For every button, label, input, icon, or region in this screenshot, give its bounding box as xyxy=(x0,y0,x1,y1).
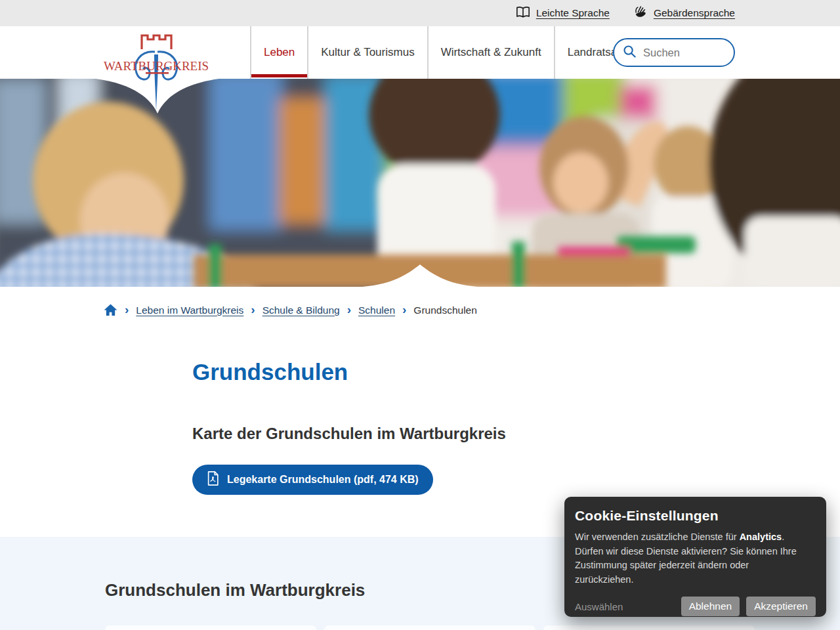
cookie-text-before: Wir verwenden zusätzliche Dienste für xyxy=(575,532,740,542)
easy-language-label: Leichte Sprache xyxy=(536,7,610,19)
page-title: Grundschulen xyxy=(192,359,348,385)
page: Leichte Sprache Gebärdensprache Leben Ku… xyxy=(0,0,840,630)
pdf-file-icon xyxy=(207,471,219,488)
school-card[interactable] xyxy=(105,625,316,630)
cookie-decline-button[interactable]: Ablehnen xyxy=(681,597,740,616)
breadcrumb-link-schule-bildung[interactable]: Schule & Bildung xyxy=(262,304,340,316)
school-card[interactable] xyxy=(543,625,755,630)
search-input[interactable] xyxy=(643,47,725,59)
home-icon[interactable] xyxy=(104,304,117,316)
easy-language-link[interactable]: Leichte Sprache xyxy=(516,6,610,21)
nav-item-wirtschaft-zukunft[interactable]: Wirtschaft & Zukunft xyxy=(427,26,554,79)
utility-bar: Leichte Sprache Gebärdensprache xyxy=(0,0,840,26)
breadcrumb: › Leben im Wartburgkreis › Schule & Bild… xyxy=(104,304,477,316)
cookie-dialog-footer: Auswählen Ablehnen Akzeptieren xyxy=(575,597,816,616)
download-pdf-label: Legekarte Grundschulen (pdf, 474 KB) xyxy=(227,474,419,486)
logo-castle-crown xyxy=(142,35,171,49)
wartburgkreis-logo[interactable]: WARTBURGKREIS xyxy=(102,30,210,115)
breadcrumb-link-leben-im-wartburgkreis[interactable]: Leben im Wartburgkreis xyxy=(136,304,243,316)
site-header: Leben Kultur & Tourismus Wirtschaft & Zu… xyxy=(0,26,840,79)
search-box[interactable] xyxy=(613,38,735,67)
sign-language-link[interactable]: Gebärdensprache xyxy=(633,5,735,22)
logo-underline xyxy=(146,72,169,74)
breadcrumb-current-page: Grundschulen xyxy=(413,304,477,316)
cookie-dialog-text: Wir verwenden zusätzliche Dienste für An… xyxy=(575,530,810,587)
breadcrumb-separator-icon: › xyxy=(402,303,406,316)
breadcrumb-separator-icon: › xyxy=(125,303,129,316)
cookie-dialog-title: Cookie-Einstellungen xyxy=(575,508,816,524)
nav-item-label: Wirtschaft & Zukunft xyxy=(441,46,541,59)
nav-item-kultur-tourismus[interactable]: Kultur & Tourismus xyxy=(307,26,427,79)
cookie-consent-dialog: Cookie-Einstellungen Wir verwenden zusät… xyxy=(564,497,826,617)
breadcrumb-link-schulen[interactable]: Schulen xyxy=(358,304,395,316)
sign-language-label: Gebärdensprache xyxy=(654,7,735,19)
breadcrumb-separator-icon: › xyxy=(347,303,351,316)
schools-section-heading: Grundschulen im Wartburgkreis xyxy=(105,580,365,600)
breadcrumb-separator-icon: › xyxy=(251,303,255,316)
book-icon xyxy=(516,6,530,21)
section-heading: Karte der Grundschulen im Wartburgkreis xyxy=(192,425,506,443)
download-pdf-button[interactable]: Legekarte Grundschulen (pdf, 474 KB) xyxy=(192,465,433,495)
cookie-buttons: Ablehnen Akzeptieren xyxy=(681,597,816,616)
logo-wordmark: WARTBURGKREIS xyxy=(104,59,209,73)
school-card[interactable] xyxy=(324,625,536,630)
search-icon[interactable] xyxy=(623,45,637,61)
main-navigation: Leben Kultur & Tourismus Wirtschaft & Zu… xyxy=(250,26,642,79)
sign-language-icon xyxy=(633,5,648,22)
school-cards-row xyxy=(105,625,755,630)
cookie-text-analytics: Analytics xyxy=(740,532,782,542)
cookie-accept-button[interactable]: Akzeptieren xyxy=(746,597,816,616)
nav-item-label: Leben xyxy=(264,46,295,59)
nav-item-label: Kultur & Tourismus xyxy=(321,46,414,59)
nav-item-leben[interactable]: Leben xyxy=(250,26,307,79)
cookie-select-link[interactable]: Auswählen xyxy=(575,601,623,612)
